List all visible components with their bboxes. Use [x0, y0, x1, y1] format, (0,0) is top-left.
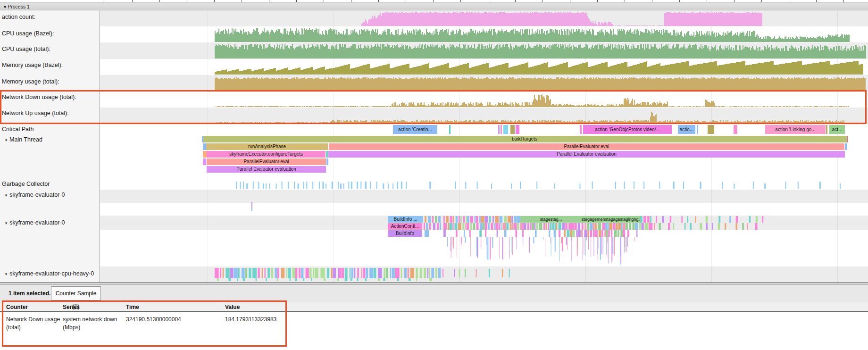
- main-thread-span[interactable]: [203, 151, 207, 158]
- critical-path-span[interactable]: [516, 125, 519, 134]
- main-thread-span[interactable]: Parallel Evaluator evaluation: [207, 166, 326, 173]
- main-thread-span[interactable]: [326, 158, 328, 165]
- flame-tick[interactable]: [432, 216, 434, 223]
- collapse-arrow-icon[interactable]: ▾: [3, 138, 9, 142]
- track-label: skyframe-evaluator-0: [9, 219, 65, 226]
- flame-tick[interactable]: [438, 216, 441, 223]
- track-label: CPU usage (Bazel):: [2, 30, 54, 37]
- track-label: Garbage Collector: [2, 181, 50, 187]
- sidebar-item-main-thread[interactable]: ▾Main Thread: [3, 136, 42, 143]
- critical-path-span[interactable]: [510, 125, 515, 134]
- track-label: CPU usage (total):: [2, 46, 50, 52]
- critical-path-span[interactable]: [580, 125, 582, 134]
- track-label: skyframe-evaluator-0: [9, 192, 65, 198]
- flame-tick[interactable]: [433, 223, 435, 230]
- collapse-arrow-icon[interactable]: ▾: [3, 272, 9, 276]
- track-label: Memory usage (Bazel):: [2, 62, 63, 68]
- flame-tick[interactable]: [429, 223, 431, 230]
- sidebar-item-memory-usage-total: Memory usage (total):: [2, 78, 59, 85]
- critical-path-span[interactable]: [708, 125, 714, 134]
- main-thread-span[interactable]: [847, 136, 848, 142]
- flame-span[interactable]: stagagemenstagagestagingng.remot...: [582, 216, 640, 223]
- sidebar-item-skyframe-evaluator-0[interactable]: ▾skyframe-evaluator-0: [3, 192, 65, 198]
- flame-tick[interactable]: [440, 223, 441, 230]
- sidebar-item-garbage-collector: Garbage Collector: [2, 181, 50, 187]
- panel-divider-shade: [0, 283, 868, 285]
- main-thread-span[interactable]: ParallelEvaluator.eval: [207, 158, 326, 165]
- critical-path-span[interactable]: action 'Creatin...: [393, 125, 437, 134]
- flame-tick[interactable]: [428, 216, 431, 223]
- main-thread-span[interactable]: skyframeExecutor.configureTargets: [207, 151, 326, 158]
- flame-tick[interactable]: [424, 223, 425, 230]
- flame-span[interactable]: BuildInfo ...: [388, 216, 423, 223]
- main-thread-span[interactable]: [203, 158, 206, 165]
- highlight-box-selection-table: [2, 300, 287, 347]
- sidebar-item-skyframe-evaluator-cpu-heavy-0[interactable]: ▾skyframe-evaluator-cpu-heavy-0: [3, 270, 94, 277]
- sidebar-item-action-count: action count:: [2, 14, 35, 20]
- track-label: Main Thread: [9, 136, 42, 143]
- profiler-window: ▾ Process 1 action 'Creatin...action 'Ge…: [0, 0, 868, 350]
- selection-count-label: 1 item selected.: [8, 290, 50, 297]
- critical-path-span[interactable]: [501, 125, 502, 134]
- critical-path-span[interactable]: [734, 125, 737, 134]
- flame-tick[interactable]: [425, 230, 429, 237]
- sidebar-item-critical-path: Critical Path: [2, 126, 33, 133]
- main-thread-span[interactable]: Parallel Evaluator evaluation: [328, 151, 845, 158]
- tab-counter-sample[interactable]: Counter Sample (1): [51, 286, 101, 300]
- sidebar-item-skyframe-evaluator-0[interactable]: ▾skyframe-evaluator-0: [3, 219, 65, 226]
- flame-tick[interactable]: [426, 223, 428, 230]
- critical-path-span[interactable]: [498, 125, 500, 134]
- critical-path-span[interactable]: action 'GenObjcProtos video/...: [583, 125, 672, 134]
- track-label: action count:: [2, 14, 35, 20]
- sidebar-item-memory-usage-bazel: Memory usage (Bazel):: [2, 62, 63, 68]
- main-thread-span[interactable]: ParallelEvaluator.eval: [329, 143, 844, 150]
- sidebar-item-cpu-usage-total: CPU usage (total):: [2, 46, 50, 52]
- critical-path-span[interactable]: action 'Linking go...: [765, 125, 826, 134]
- highlight-box-network-tracks: [0, 90, 867, 124]
- critical-path-span[interactable]: [503, 125, 508, 134]
- main-thread-span[interactable]: [845, 143, 847, 150]
- track-label: skyframe-evaluator-cpu-heavy-0: [9, 270, 94, 277]
- critical-path-span[interactable]: act...: [829, 125, 845, 134]
- collapse-arrow-icon[interactable]: ▾: [3, 193, 9, 198]
- sidebar-item-cpu-usage-bazel: CPU usage (Bazel):: [2, 30, 54, 37]
- main-thread-span[interactable]: buildTargets: [203, 136, 846, 142]
- track-label: Memory usage (total):: [2, 78, 59, 85]
- critical-path-span[interactable]: actio...: [678, 125, 695, 134]
- flame-span[interactable]: stagestag...: [520, 216, 582, 223]
- flame-span[interactable]: ActionConti...: [388, 223, 422, 230]
- flame-span[interactable]: BuildInfo: [388, 230, 422, 237]
- track-label: Critical Path: [2, 126, 33, 133]
- main-thread-span[interactable]: [203, 143, 206, 150]
- flame-tick[interactable]: [435, 216, 437, 223]
- main-thread-span[interactable]: runAnalysisPhase: [206, 143, 328, 150]
- main-thread-span[interactable]: [326, 151, 328, 158]
- critical-path-span[interactable]: [826, 125, 827, 134]
- flame-tick[interactable]: [425, 216, 426, 223]
- critical-path-span[interactable]: [449, 125, 451, 134]
- flame-tick[interactable]: [437, 223, 439, 230]
- critical-path-span[interactable]: [697, 125, 698, 134]
- collapse-arrow-icon[interactable]: ▾: [3, 221, 9, 225]
